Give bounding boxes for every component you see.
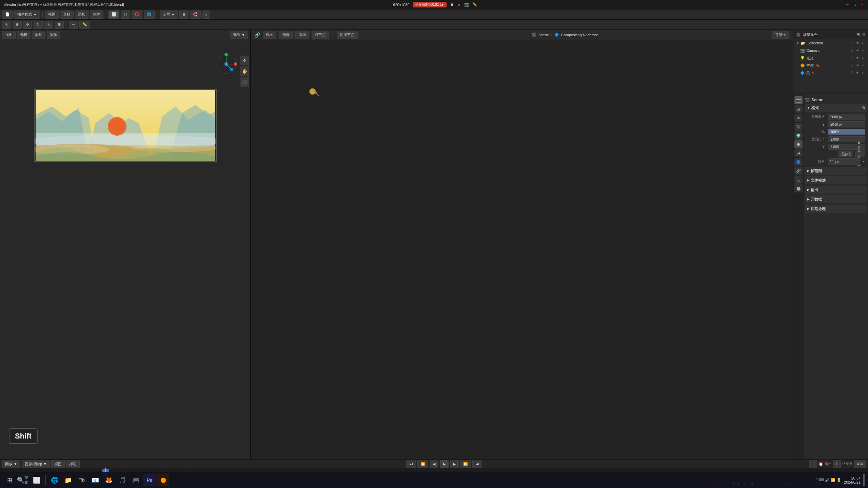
res-y-value[interactable]: 2048 px xyxy=(828,121,865,127)
edge-icon[interactable]: 🌐 xyxy=(48,474,61,486)
crop-region-btn[interactable]: 裁切至渲染框 xyxy=(855,151,865,157)
object-menu[interactable]: 物体 xyxy=(90,11,103,19)
maximize-button[interactable]: □ xyxy=(852,2,858,8)
fps-dropdown[interactable]: 24 fps xyxy=(828,158,860,165)
outliner-filter-icon[interactable]: 🔍 xyxy=(857,33,861,37)
prop-render-icon[interactable]: 📷 xyxy=(794,96,803,104)
outliner-options-icon[interactable]: ☰ xyxy=(862,33,865,37)
mode-selector[interactable]: 物体模式 ▼ xyxy=(14,11,40,19)
percent-value[interactable]: 100% xyxy=(828,129,865,135)
vis-viewport-icon[interactable]: 👁 xyxy=(855,41,860,45)
camera-icon[interactable]: 📷 xyxy=(464,2,469,7)
scale-tool[interactable]: ⤡ xyxy=(44,21,53,29)
rotate-tool[interactable]: ↻ xyxy=(34,21,43,29)
prop-physics-icon[interactable]: 🔵 xyxy=(794,158,803,166)
outliner-item-scene[interactable]: 🔷 景 V₂ ☑ 👁 ○ xyxy=(793,69,868,77)
search-button[interactable]: 🔍 搜索 xyxy=(17,474,29,486)
prop-view-icon[interactable]: 👁 xyxy=(794,114,803,122)
close-button[interactable]: ✕ xyxy=(859,2,865,8)
file-explorer-icon[interactable]: 📁 xyxy=(62,474,74,486)
vis-viewport-main[interactable]: 👁 xyxy=(855,63,860,68)
timeline-markers[interactable]: 视像(播帧) ▼ xyxy=(22,460,50,468)
outliner-item-camera[interactable]: 📷 Camera ☑ 👁 ○ xyxy=(793,47,868,54)
global-local[interactable]: 全局 ▼ xyxy=(160,11,178,19)
prop-constraints-icon[interactable]: 🔗 xyxy=(794,167,803,175)
viewport-mode-material[interactable]: ⭕ xyxy=(132,11,142,19)
mail-icon[interactable]: 📧 xyxy=(89,474,101,486)
timeline-markers-menu[interactable]: 标记 xyxy=(66,460,80,468)
vis-render-light[interactable]: ☑ xyxy=(850,56,854,60)
vis-viewport-scene[interactable]: 👁 xyxy=(855,70,860,75)
ps-icon[interactable]: Ps xyxy=(143,474,156,486)
format-section-header[interactable]: ▼ 格式 ⊞ xyxy=(805,104,867,112)
music-icon[interactable]: 🎵 xyxy=(116,474,129,486)
add-menu[interactable]: 添加 xyxy=(75,11,88,19)
camera-view-icon[interactable]: 🎥 xyxy=(240,77,249,87)
prop-world-icon[interactable]: 🌍 xyxy=(794,131,803,140)
vis-render-icon[interactable]: ☑ xyxy=(850,41,854,45)
start-frame[interactable]: 1 xyxy=(833,460,841,468)
color-mgmt-header[interactable]: ▶ 后期处理 xyxy=(805,205,867,213)
outliner-item-collection[interactable]: ▼ 📁 Collection ☑ 👁 ○ xyxy=(793,39,868,47)
viewport-view-menu[interactable]: 视图 xyxy=(2,31,16,39)
view-options-dropdown[interactable]: 选项 ▼ xyxy=(230,31,248,39)
current-frame-display[interactable]: 1 xyxy=(809,460,817,468)
res-x-value[interactable]: 5000 px xyxy=(828,114,865,120)
outliner-item-light[interactable]: 💡 点光 ☑ 👁 ○ xyxy=(793,54,868,62)
show-desktop-btn[interactable] xyxy=(863,474,865,486)
prev-keyframe-btn[interactable]: ◀ xyxy=(430,460,438,468)
transform-pivot[interactable]: ⊕ xyxy=(179,11,189,19)
comp-view-menu[interactable]: 视图 xyxy=(263,31,276,39)
game-icon[interactable]: 🎮 xyxy=(130,474,142,486)
timeline-mode[interactable]: 回放 ▼ xyxy=(2,460,20,468)
next-keyframe-btn[interactable]: ▶ xyxy=(450,460,459,468)
prev-frame-btn[interactable]: ⏪ xyxy=(417,460,428,468)
output-header[interactable]: ▶ 输出 xyxy=(805,186,867,194)
proportional-edit[interactable]: ○ xyxy=(202,11,211,19)
view-menu[interactable]: 视图 xyxy=(45,11,59,19)
prop-particles-icon[interactable]: ✨ xyxy=(794,149,803,157)
start-button[interactable]: ⊞ xyxy=(3,474,16,486)
stereoscopy-header[interactable]: ▶ 立体视法 xyxy=(805,176,867,184)
select-menu[interactable]: 选择 xyxy=(60,11,74,19)
edit-icon[interactable]: ✏️ xyxy=(472,2,477,7)
play-btn[interactable]: ▶ xyxy=(440,460,449,468)
vis-render-main[interactable]: ☑ xyxy=(850,63,854,68)
viewport-object-menu[interactable]: 物体 xyxy=(47,31,60,39)
viewport-gizmo[interactable] xyxy=(214,52,238,76)
prop-object-data-icon[interactable]: △ xyxy=(794,176,803,184)
prop-output-icon[interactable]: 🖨 xyxy=(794,105,803,113)
prop-active-icon[interactable]: ⚙ xyxy=(794,140,803,148)
prop-scene-icon[interactable]: 🎬 xyxy=(794,123,803,131)
select-tool[interactable]: ↖ xyxy=(2,21,11,29)
new-button[interactable]: 📄 xyxy=(2,11,13,19)
props-list-icon[interactable]: ☰ xyxy=(864,98,867,102)
vis-hide-icon[interactable]: ○ xyxy=(861,41,865,45)
vis-select-scene[interactable]: ○ xyxy=(861,70,865,75)
move-tool[interactable]: ✛ xyxy=(23,21,32,29)
prop-material-icon[interactable]: ⬤ xyxy=(794,184,803,192)
timeline-view-menu[interactable]: 视图 xyxy=(51,460,65,468)
vis-viewport-cam[interactable]: 👁 xyxy=(855,48,860,53)
viewport-add-menu[interactable]: 添加 xyxy=(32,31,45,39)
cursor-tool[interactable]: ⊕ xyxy=(13,21,22,29)
use-nodes-toggle[interactable]: 使用节点 xyxy=(337,31,358,39)
vis-select-cam[interactable]: ○ xyxy=(861,48,865,53)
record-icon[interactable]: ⏸ xyxy=(450,3,454,7)
outliner-item-main[interactable]: 🔶 主体 V₂ ☑ 👁 ○ xyxy=(793,62,868,69)
crosshair-icon[interactable]: ✛ xyxy=(240,56,249,65)
comp-select-menu[interactable]: 选择 xyxy=(279,31,293,39)
viewport-mode-solid[interactable]: ⬜ xyxy=(108,11,119,19)
comp-add-menu[interactable]: 添加 xyxy=(295,31,309,39)
jump-end-btn[interactable]: ⏭ xyxy=(472,460,482,468)
viewport-mode-rendered[interactable]: 🌐 xyxy=(144,11,155,19)
end-frame[interactable]: 450 xyxy=(854,460,866,468)
blender-icon[interactable]: 🟠 xyxy=(157,474,169,486)
compositor-content[interactable]: ↖ xyxy=(251,40,793,468)
render-region-btn[interactable]: 渲染框 xyxy=(838,151,853,157)
browser-icon2[interactable]: 🦊 xyxy=(103,474,115,486)
task-view-btn[interactable]: ⬜ xyxy=(31,474,43,486)
metadata-header[interactable]: ▶ 元数据 xyxy=(805,195,867,203)
format-grid-icon[interactable]: ⊞ xyxy=(862,106,865,110)
snap-toggle[interactable]: 🧲 xyxy=(190,11,201,19)
